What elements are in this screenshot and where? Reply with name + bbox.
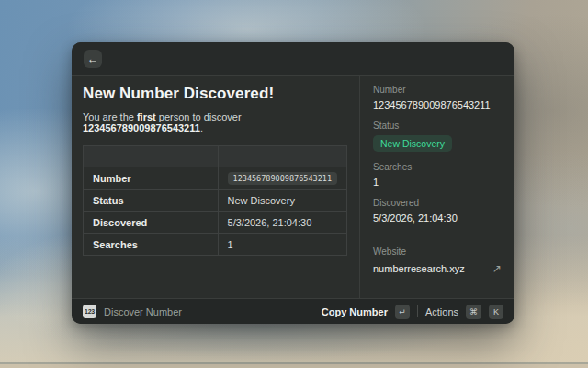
sidebar-label-number: Number (373, 85, 502, 95)
row-label: Status (84, 190, 219, 212)
metadata-sidebar: Number 123456789009876543211 Status New … (359, 76, 514, 298)
k-key-badge[interactable]: K (489, 305, 503, 319)
footer-actions: Copy Number ↵ Actions ⌘ K (322, 305, 503, 319)
sidebar-divider (373, 236, 502, 236)
subtitle: You are the first person to discover 123… (83, 111, 348, 133)
main-panel: New Number Discovered! You are the first… (72, 76, 359, 298)
status-badge: New Discovery (373, 135, 452, 152)
table-row-searches: Searches 1 (84, 234, 347, 256)
app-name: Discover Number (104, 306, 182, 317)
row-value: 1 (218, 234, 346, 256)
command-key-badge[interactable]: ⌘ (466, 305, 481, 319)
below-horizon-band (0, 364, 588, 368)
table-header-cell (84, 146, 219, 167)
subtitle-first-word: first (137, 111, 156, 122)
window-footer: 123 Discover Number Copy Number ↵ Action… (72, 298, 514, 324)
table-row-status: Status New Discovery (84, 190, 347, 212)
window-header: ← (72, 42, 514, 76)
website-link[interactable]: numberresearch.xyz ↗ (373, 262, 502, 275)
row-value: New Discovery (218, 190, 346, 212)
table-header-cell (218, 146, 346, 167)
sidebar-value-discovered: 5/3/2026, 21:04:30 (373, 213, 502, 224)
copy-number-button[interactable]: Copy Number (322, 306, 388, 317)
sidebar-label-searches: Searches (373, 162, 502, 172)
subtitle-number: 123456789009876543211 (83, 122, 200, 133)
app-icon: 123 (83, 305, 96, 318)
subtitle-text: You are the (83, 111, 137, 122)
number-chip: 123456789009876543211 (228, 172, 337, 185)
external-link-icon: ↗ (492, 262, 502, 275)
detail-table: Number 123456789009876543211 Status New … (83, 145, 347, 256)
page-title: New Number Discovered! (83, 85, 348, 103)
table-header-row (84, 146, 347, 167)
website-url: numberresearch.xyz (373, 263, 465, 274)
actions-button[interactable]: Actions (425, 306, 458, 317)
sidebar-value-number: 123456789009876543211 (373, 99, 502, 110)
row-value: 5/3/2026, 21:04:30 (218, 212, 346, 234)
subtitle-text: . (200, 122, 203, 133)
row-label: Discovered (84, 212, 219, 234)
row-value: 123456789009876543211 (218, 167, 346, 190)
sidebar-label-discovered: Discovered (373, 198, 502, 208)
row-label: Searches (84, 234, 219, 256)
discover-number-window: ← New Number Discovered! You are the fir… (72, 42, 514, 324)
window-body: New Number Discovered! You are the first… (72, 76, 514, 298)
sidebar-value-searches: 1 (373, 177, 502, 188)
row-label: Number (84, 167, 219, 190)
back-arrow-icon: ← (87, 53, 98, 64)
enter-key-badge[interactable]: ↵ (395, 305, 410, 319)
table-row-discovered: Discovered 5/3/2026, 21:04:30 (84, 212, 347, 234)
sidebar-label-status: Status (373, 121, 502, 131)
back-button[interactable]: ← (84, 50, 102, 68)
footer-divider (417, 305, 418, 317)
table-row-number: Number 123456789009876543211 (84, 167, 347, 190)
subtitle-text: person to discover (156, 111, 242, 122)
sidebar-label-website: Website (373, 247, 502, 257)
